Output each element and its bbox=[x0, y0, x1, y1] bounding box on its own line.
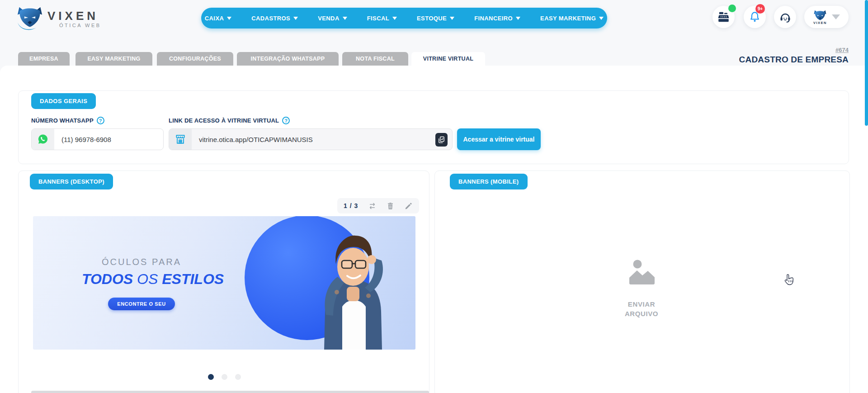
upload-area-edge bbox=[31, 391, 429, 393]
scrollbar-thumb[interactable] bbox=[865, 0, 868, 126]
brand-name: VIXEN bbox=[47, 10, 101, 22]
main-nav: CAIXA CADASTROS VENDA FISCAL ESTOQUE FIN… bbox=[201, 8, 607, 28]
banner-text: ÓCULOS PARA TODOS OS ESTILOS ENCONTRE O … bbox=[82, 257, 201, 310]
whatsapp-label-text: NÚMERO WHATSAPP bbox=[31, 117, 94, 124]
trash-icon bbox=[386, 202, 395, 210]
notifications-count-badge: 9+ bbox=[755, 4, 765, 14]
tab-vitrine-virtual[interactable]: VITRINE VIRTUAL bbox=[411, 52, 485, 66]
chevron-down-icon bbox=[832, 14, 840, 19]
chevron-down-icon bbox=[450, 17, 454, 20]
link-label: LINK DE ACESSO À VITRINE VIRTUAL ? bbox=[169, 117, 290, 124]
nav-item-cadastros[interactable]: CADASTROS bbox=[251, 15, 298, 22]
tab-nota-fiscal[interactable]: NOTA FISCAL bbox=[342, 52, 408, 66]
banner-pagination: 1 / 3 bbox=[344, 202, 358, 209]
nav-item-label: CAIXA bbox=[205, 15, 224, 22]
tab-label: INTEGRAÇÃO WHATSAPP bbox=[251, 56, 325, 62]
banner-preview[interactable]: ÓCULOS PARA TODOS OS ESTILOS ENCONTRE O … bbox=[33, 216, 415, 350]
nav-item-label: ESTOQUE bbox=[417, 15, 447, 22]
nav-item-label: VENDA bbox=[318, 15, 340, 22]
banner-word-os: OS bbox=[133, 271, 162, 287]
record-id-link[interactable]: #674 bbox=[739, 47, 849, 53]
nav-item-label: FINANCEIRO bbox=[474, 15, 513, 22]
tab-configuracoes[interactable]: CONFIGURAÇÕES bbox=[157, 52, 233, 66]
carousel-dot-1[interactable] bbox=[208, 374, 214, 380]
carousel-dot-3[interactable] bbox=[235, 374, 241, 380]
pencil-icon bbox=[404, 202, 413, 210]
tab-label: CONFIGURAÇÕES bbox=[169, 56, 221, 62]
tab-empresa[interactable]: EMPRESA bbox=[18, 52, 70, 66]
nav-item-label: FISCAL bbox=[367, 15, 389, 22]
upload-label-line1: ENVIAR bbox=[612, 299, 671, 309]
banner-word-estilos: ESTILOS bbox=[162, 271, 224, 287]
whatsapp-label: NÚMERO WHATSAPP ? bbox=[31, 117, 104, 124]
user-menu[interactable]: VIXEN bbox=[804, 6, 849, 28]
fox-avatar-icon bbox=[813, 9, 827, 22]
nav-item-estoque[interactable]: ESTOQUE bbox=[417, 15, 454, 22]
chevron-down-icon bbox=[343, 17, 347, 20]
brand-text: VIXEN ÓTICA WEB bbox=[47, 10, 101, 28]
page-title: CADASTRO DE EMPRESA bbox=[739, 55, 849, 65]
carousel-dot-2[interactable] bbox=[222, 374, 227, 380]
fox-logo-icon bbox=[16, 5, 44, 33]
chevron-down-icon bbox=[599, 17, 604, 20]
nav-item-label: EASY MARKETING bbox=[540, 15, 596, 22]
banners-mobile-card: BANNERS (MOBILE) ENVIAR ARQUIVO bbox=[434, 170, 850, 393]
cash-register-icon bbox=[717, 11, 730, 23]
chevron-down-icon bbox=[516, 17, 520, 20]
upload-file-dropzone[interactable]: ENVIAR ARQUIVO bbox=[612, 258, 671, 318]
carousel-dots bbox=[33, 374, 415, 380]
nav-item-venda[interactable]: VENDA bbox=[318, 15, 347, 22]
help-icon[interactable]: ? bbox=[97, 117, 104, 124]
nav-item-label: CADASTROS bbox=[251, 15, 290, 22]
banners-desktop-card: BANNERS (DESKTOP) 1 / 3 bbox=[18, 170, 429, 393]
swap-arrows-icon bbox=[368, 201, 377, 211]
upload-label-line2: ARQUIVO bbox=[612, 309, 671, 318]
whatsapp-field[interactable]: (11) 96978-6908 bbox=[31, 128, 164, 150]
nav-item-easy-marketing[interactable]: EASY MARKETING bbox=[540, 15, 604, 22]
banners-desktop-badge: BANNERS (DESKTOP) bbox=[30, 174, 113, 189]
edit-banner-button[interactable] bbox=[404, 202, 413, 210]
dados-gerais-card: DADOS GERAIS NÚMERO WHATSAPP ? LINK DE A… bbox=[18, 90, 849, 164]
whatsapp-value: (11) 96978-6908 bbox=[54, 136, 111, 143]
banner-headline-main: TODOS OS ESTILOS bbox=[82, 271, 201, 287]
main-content: DADOS GERAIS NÚMERO WHATSAPP ? LINK DE A… bbox=[0, 66, 868, 393]
brand-logo[interactable]: VIXEN ÓTICA WEB bbox=[16, 5, 101, 33]
tab-integracao-whatsapp[interactable]: INTEGRAÇÃO WHATSAPP bbox=[237, 52, 339, 66]
acessar-vitrine-button[interactable]: Acessar a vitrine virtual bbox=[457, 128, 541, 150]
banner-person-image bbox=[284, 220, 415, 350]
copy-link-button[interactable] bbox=[435, 133, 448, 147]
page-ref: #674 CADASTRO DE EMPRESA bbox=[739, 47, 849, 65]
tab-label: VITRINE VIRTUAL bbox=[423, 56, 473, 62]
tab-easy-marketing[interactable]: EASY MARKETING bbox=[75, 52, 152, 66]
storefront-icon bbox=[169, 129, 192, 150]
avatar-label: VIXEN bbox=[813, 21, 827, 25]
whatsapp-icon bbox=[32, 129, 54, 150]
banner-controls: 1 / 3 bbox=[337, 198, 419, 213]
app-screen: VIXEN ÓTICA WEB CAIXA CADASTROS VENDA FI… bbox=[0, 0, 868, 393]
banner-word-todos: TODOS bbox=[82, 271, 133, 287]
nav-item-caixa[interactable]: CAIXA bbox=[205, 15, 231, 22]
upload-label: ENVIAR ARQUIVO bbox=[612, 299, 671, 318]
tab-label: EMPRESA bbox=[29, 56, 58, 62]
link-label-text: LINK DE ACESSO À VITRINE VIRTUAL bbox=[169, 117, 279, 124]
dados-gerais-badge: DADOS GERAIS bbox=[31, 93, 96, 109]
banners-mobile-badge: BANNERS (MOBILE) bbox=[450, 174, 528, 189]
chevron-down-icon bbox=[392, 17, 397, 20]
vitrine-link-field[interactable]: vitrine.otica.app/OTICAPWIMANUSIS bbox=[169, 128, 453, 150]
image-placeholder-icon bbox=[627, 258, 656, 286]
online-status-badge bbox=[728, 5, 736, 12]
support-button[interactable] bbox=[774, 6, 796, 28]
nav-item-fiscal[interactable]: FISCAL bbox=[367, 15, 397, 22]
nav-item-financeiro[interactable]: FINANCEIRO bbox=[474, 15, 520, 22]
banner-headline-top: ÓCULOS PARA bbox=[82, 257, 201, 267]
delete-banner-button[interactable] bbox=[386, 202, 395, 210]
help-icon[interactable]: ? bbox=[282, 117, 290, 124]
brand-subtitle: ÓTICA WEB bbox=[47, 23, 101, 28]
reorder-banner-button[interactable] bbox=[368, 201, 377, 211]
avatar: VIXEN bbox=[813, 9, 827, 25]
tab-label: EASY MARKETING bbox=[87, 56, 140, 62]
chevron-down-icon bbox=[227, 17, 231, 20]
vitrine-link-value: vitrine.otica.app/OTICAPWIMANUSIS bbox=[192, 136, 313, 143]
chevron-down-icon bbox=[293, 17, 298, 20]
banner-cta-button[interactable]: ENCONTRE O SEU bbox=[108, 298, 175, 310]
